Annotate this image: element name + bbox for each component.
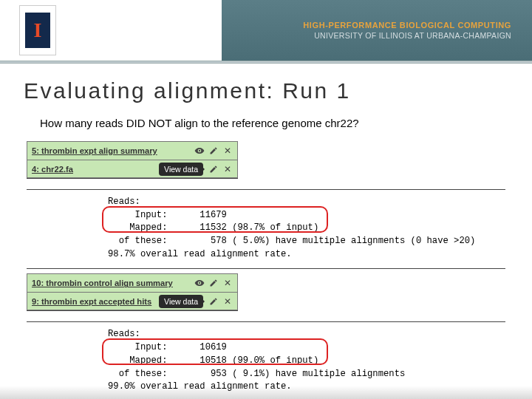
- log-line: of these: 578 ( 5.0%) have multiple alig…: [108, 236, 475, 246]
- slide-title: Evaluating alignment: Run 1: [0, 64, 532, 111]
- log-line: of these: 953 ( 9.1%) have multiple alig…: [108, 369, 405, 379]
- view-data-tooltip: View data: [159, 163, 203, 176]
- pencil-icon[interactable]: [208, 278, 219, 289]
- galaxy-history-items: 5: thrombin expt align summary ✕ 4: chr2…: [27, 141, 238, 179]
- eye-icon[interactable]: [194, 278, 205, 289]
- log-heading: Reads:: [108, 197, 140, 207]
- header-line1: HIGH-PERFORMANCE BIOLOGICAL COMPUTING: [303, 21, 511, 30]
- close-icon[interactable]: ✕: [222, 278, 233, 289]
- eye-icon[interactable]: [194, 146, 205, 157]
- history-item[interactable]: 9: thrombin expt accepted hits View data…: [27, 292, 238, 310]
- history-item-icons: View data ✕: [159, 295, 237, 308]
- history-item-label: 5: thrombin expt align summary: [27, 146, 194, 155]
- slide-header: I HIGH-PERFORMANCE BIOLOGICAL COMPUTING …: [0, 0, 532, 61]
- slide-question: How many reads DID NOT align to the refe…: [0, 111, 532, 141]
- illinois-logo: I: [19, 5, 56, 55]
- history-item-label: 4: chr22.fa: [27, 165, 159, 174]
- log-heading: Reads:: [108, 329, 140, 339]
- history-item-icons: ✕: [194, 146, 237, 157]
- pencil-icon[interactable]: [208, 296, 219, 307]
- logo-letter: I: [25, 13, 50, 48]
- galaxy-history-items: 10: thrombin control align summary ✕ 9: …: [27, 273, 238, 311]
- highlight-box: [102, 338, 328, 365]
- panel-1: 5: thrombin expt align summary ✕ 4: chr2…: [27, 141, 505, 269]
- alignment-log: Reads: Input: 11679 Mapped: 11532 (98.7%…: [27, 189, 505, 269]
- history-item[interactable]: 5: thrombin expt align summary ✕: [27, 141, 238, 160]
- panel-2: 10: thrombin control align summary ✕ 9: …: [27, 273, 505, 399]
- history-item-label: 9: thrombin expt accepted hits: [27, 297, 159, 306]
- close-icon[interactable]: ✕: [222, 296, 233, 307]
- close-icon[interactable]: ✕: [222, 163, 233, 174]
- view-data-tooltip: View data: [159, 295, 203, 308]
- history-item[interactable]: 4: chr22.fa View data ✕: [27, 160, 238, 178]
- header-text: HIGH-PERFORMANCE BIOLOGICAL COMPUTING UN…: [303, 21, 517, 40]
- bottom-shadow: [0, 386, 532, 399]
- header-line2: UNIVERSITY OF ILLINOIS AT URBANA-CHAMPAI…: [303, 31, 511, 40]
- pencil-icon[interactable]: [208, 146, 219, 157]
- history-item[interactable]: 10: thrombin control align summary ✕: [27, 273, 238, 292]
- history-item-label: 10: thrombin control align summary: [27, 279, 194, 287]
- log-line: 98.7% overall read alignment rate.: [108, 249, 292, 259]
- highlight-box: [102, 206, 328, 233]
- history-item-icons: ✕: [194, 278, 237, 289]
- history-item-icons: View data ✕: [159, 163, 237, 176]
- close-icon[interactable]: ✕: [222, 146, 233, 157]
- pencil-icon[interactable]: [208, 163, 219, 174]
